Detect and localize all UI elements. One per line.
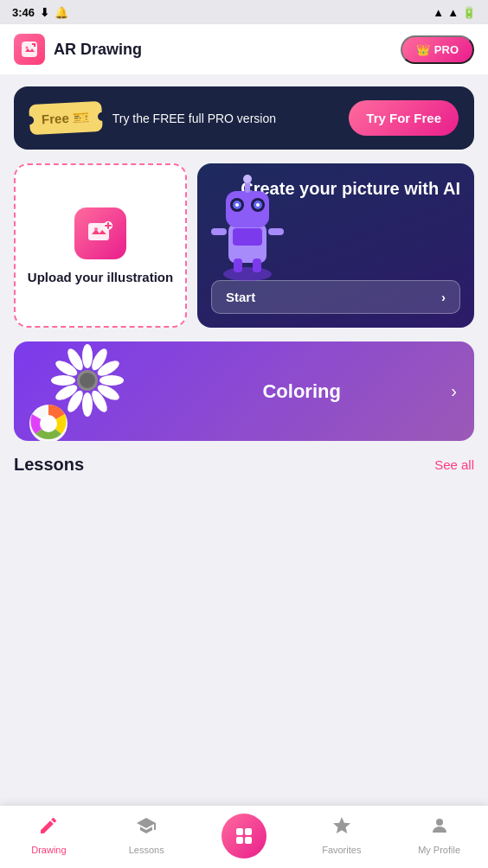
app-title: AR Drawing bbox=[54, 41, 142, 59]
banner-left: Free 🎫 Try the FREE full PRO version bbox=[29, 103, 276, 133]
battery-icon: 🔋 bbox=[462, 6, 476, 19]
svg-point-31 bbox=[82, 393, 93, 417]
svg-rect-20 bbox=[268, 228, 284, 235]
upload-card[interactable]: Upload your illustration bbox=[14, 163, 187, 328]
profile-label: My Profile bbox=[418, 845, 460, 855]
chevron-right-icon: › bbox=[441, 290, 446, 304]
signal-icon: ▲ bbox=[447, 6, 459, 19]
upload-icon-svg bbox=[86, 219, 115, 248]
free-ticket: Free 🎫 bbox=[29, 101, 102, 135]
status-bar: 3:46 ⬇ 🔔 ▲ ▲ 🔋 bbox=[0, 0, 488, 24]
svg-point-1 bbox=[26, 47, 29, 49]
status-left: 3:46 ⬇ 🔔 bbox=[12, 6, 68, 19]
nav-item-profile[interactable]: My Profile bbox=[390, 815, 488, 858]
svg-rect-19 bbox=[211, 228, 227, 235]
app-branding: AR Drawing bbox=[14, 34, 142, 65]
svg-point-43 bbox=[436, 819, 443, 826]
favorites-icon bbox=[331, 815, 352, 841]
top-bar: AR Drawing 👑 PRO bbox=[0, 24, 488, 74]
drawing-icon bbox=[38, 815, 59, 841]
lessons-title: Lessons bbox=[14, 455, 84, 475]
svg-point-34 bbox=[51, 375, 75, 386]
upload-label: Upload your illustration bbox=[28, 270, 173, 284]
pro-button[interactable]: 👑 PRO bbox=[401, 35, 474, 64]
ticket-notch-left bbox=[25, 115, 35, 124]
center-circle bbox=[222, 814, 266, 858]
svg-point-3 bbox=[94, 227, 98, 231]
try-free-button[interactable]: Try For Free bbox=[349, 100, 459, 136]
notification-icon: 🔔 bbox=[55, 6, 68, 19]
start-button[interactable]: Start › bbox=[211, 280, 460, 314]
svg-rect-22 bbox=[253, 258, 261, 272]
nav-center-button[interactable] bbox=[196, 814, 293, 860]
nav-item-lessons[interactable]: Lessons bbox=[98, 815, 196, 858]
svg-rect-42 bbox=[245, 837, 252, 844]
status-time: 3:46 bbox=[12, 6, 35, 19]
svg-rect-21 bbox=[234, 258, 242, 272]
svg-rect-40 bbox=[245, 828, 252, 835]
app-logo-svg bbox=[20, 40, 39, 59]
grid-icon bbox=[233, 825, 255, 847]
coloring-title: Coloring bbox=[152, 380, 451, 403]
svg-rect-41 bbox=[236, 837, 243, 844]
svg-point-15 bbox=[235, 203, 239, 207]
download-icon: ⬇ bbox=[40, 6, 49, 19]
svg-point-18 bbox=[243, 175, 252, 183]
robot-illustration bbox=[204, 172, 291, 284]
nav-item-favorites[interactable]: Favorites bbox=[292, 815, 390, 858]
lessons-section-header: Lessons See all bbox=[14, 455, 474, 475]
banner-description: Try the FREE full PRO version bbox=[112, 112, 276, 125]
favorites-label: Favorites bbox=[322, 845, 361, 855]
wifi-icon: ▲ bbox=[433, 6, 444, 19]
bottom-nav: Drawing Lessons Favorites bbox=[0, 806, 488, 868]
profile-icon bbox=[429, 815, 450, 841]
svg-point-24 bbox=[40, 415, 57, 432]
upload-icon-wrapper bbox=[74, 207, 126, 259]
robot-svg bbox=[204, 172, 291, 284]
main-content: Free 🎫 Try the FREE full PRO version Try… bbox=[0, 74, 488, 807]
nav-item-drawing[interactable]: Drawing bbox=[0, 815, 98, 858]
cards-row: Upload your illustration bbox=[14, 163, 474, 328]
svg-rect-9 bbox=[233, 228, 262, 246]
drawing-label: Drawing bbox=[31, 845, 66, 855]
lessons-nav-label: Lessons bbox=[129, 845, 164, 855]
svg-point-16 bbox=[256, 203, 260, 207]
ticket-notch-right bbox=[97, 112, 106, 121]
see-all-link[interactable]: See all bbox=[434, 457, 474, 472]
crown-icon: 👑 bbox=[416, 43, 430, 56]
svg-point-28 bbox=[100, 375, 124, 386]
svg-rect-39 bbox=[236, 828, 243, 835]
flower-svg bbox=[14, 341, 152, 441]
ticket-icon: 🎫 bbox=[72, 109, 90, 126]
pro-banner: Free 🎫 Try the FREE full PRO version Try… bbox=[14, 86, 474, 150]
ai-card[interactable]: Create your picture with AI Start › bbox=[197, 163, 474, 328]
coloring-arrow-icon: › bbox=[451, 381, 457, 401]
flower-illustration bbox=[14, 341, 152, 441]
svg-point-7 bbox=[223, 267, 272, 281]
coloring-card[interactable]: Coloring › bbox=[14, 341, 474, 441]
app-icon bbox=[14, 34, 45, 65]
status-right: ▲ ▲ 🔋 bbox=[433, 6, 476, 19]
svg-point-25 bbox=[82, 344, 93, 368]
svg-point-38 bbox=[80, 373, 95, 388]
lessons-nav-icon bbox=[136, 815, 157, 841]
